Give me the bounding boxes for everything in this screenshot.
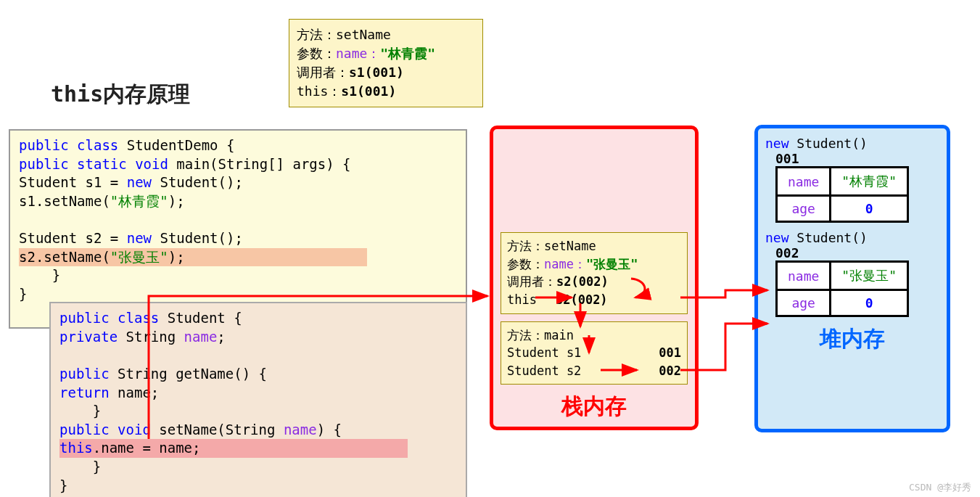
- heap-memory: new Student() 001 name"林青霞" age0 new Stu…: [754, 125, 950, 432]
- frame0-param-name: name：: [336, 46, 380, 61]
- c2-l3b: String getName() {: [118, 366, 267, 382]
- c1-l5a: Student s2 =: [19, 230, 127, 246]
- sf-main-m-val: main: [544, 328, 574, 342]
- c2-l6a: public void: [59, 422, 159, 438]
- c1-l1a: public class: [19, 137, 127, 153]
- c1-l6-highlight: s2.setName("张曼玉");: [19, 248, 367, 267]
- sf-set-p-name: name：: [544, 257, 586, 271]
- c2-l1a: public class: [59, 310, 168, 326]
- ho1-f2: age: [777, 196, 831, 222]
- c2-l2a: private: [59, 329, 126, 345]
- c2-l4b: name;: [118, 385, 159, 401]
- ho1-v2: 0: [831, 196, 908, 222]
- heap-obj-001: new Student() 001 name"林青霞" age0: [765, 136, 939, 223]
- sf-set-c-lbl: 调用者：: [507, 274, 556, 289]
- sf-set-t-val: s2(002): [556, 292, 608, 307]
- c2-l9: }: [59, 477, 457, 496]
- c1-l6b: "张曼玉": [110, 249, 168, 265]
- ho2-v1: "张曼玉": [831, 262, 908, 290]
- ho2-table: name"张曼玉" age0: [775, 260, 909, 317]
- sf-set-m-lbl: 方法：: [507, 239, 544, 253]
- c1-l4c: );: [168, 193, 185, 209]
- stack-frame-main: 方法：main Student s1001 Student s2002: [501, 321, 688, 385]
- ho2-addr: 002: [775, 245, 939, 260]
- c1-l7: }: [19, 266, 457, 285]
- ho1-f1: name: [777, 168, 831, 196]
- c1-l8: }: [19, 285, 457, 304]
- sf-main-r2-r: 002: [659, 362, 681, 380]
- ho1-table: name"林青霞" age0: [775, 166, 909, 223]
- frame0-this-label: this：: [297, 83, 341, 99]
- sf-set-m-val: setName: [544, 239, 596, 253]
- c2-l6d: ) {: [317, 422, 342, 438]
- ho2-v2: 0: [831, 290, 908, 316]
- stack-label: 栈内存: [501, 392, 688, 422]
- c2-l2d: ;: [217, 329, 225, 345]
- sf-set-c-val: s2(002): [556, 274, 609, 289]
- c2-l7a: this: [59, 440, 93, 456]
- sf-main-r1-r: 001: [659, 344, 681, 362]
- stack-memory: 方法：setName 参数：name："张曼玉" 调用者：s2(002) thi…: [490, 126, 699, 430]
- frame-setname-prev: 方法：setName 参数：name："林青霞" 调用者：s1(001) thi…: [289, 19, 483, 107]
- c1-l3b: new: [127, 174, 160, 190]
- c2-l6c: name: [284, 422, 317, 438]
- c1-l4b: "林青霞": [110, 193, 168, 209]
- c2-l6b: setName(String: [159, 422, 284, 438]
- c2-l8: }: [59, 458, 457, 477]
- c1-l5b: new: [127, 230, 160, 246]
- c2-l5: }: [59, 402, 457, 421]
- c1-blank: [19, 211, 457, 230]
- c1-l3c: Student();: [160, 174, 242, 190]
- sf-main-r2-l: Student s2: [507, 362, 581, 380]
- c1-l6a: s2.setName(: [19, 249, 110, 265]
- c2-l1b: Student {: [168, 310, 242, 326]
- frame0-caller-val: s1(001): [349, 65, 404, 80]
- sf-set-p-val: "张曼玉": [586, 257, 638, 271]
- c1-l2b: main(String[] args) {: [176, 156, 350, 172]
- frame0-caller-label: 调用者：: [297, 65, 349, 80]
- c2-l7b: .name = name;: [93, 440, 201, 456]
- ho2-hdr-a: new: [765, 230, 789, 245]
- title-text: this内存原理: [51, 81, 190, 107]
- ho1-addr: 001: [775, 151, 939, 166]
- ho1-hdr-a: new: [765, 136, 789, 151]
- frame0-param-label: 参数：: [297, 46, 336, 61]
- heap-label: 堆内存: [765, 324, 939, 354]
- code-student: public class Student { private String na…: [49, 302, 467, 497]
- code-studentdemo: public class StudentDemo { public static…: [9, 129, 467, 329]
- c1-l1b: StudentDemo {: [127, 137, 235, 153]
- ho2-f2: age: [777, 290, 831, 316]
- stack-frame-setname: 方法：setName 参数：name："张曼玉" 调用者：s2(002) thi…: [501, 232, 688, 314]
- ho2-hdr-b: Student(): [789, 230, 868, 245]
- ho1-hdr-b: Student(): [789, 136, 868, 151]
- sf-main-r1-l: Student s1: [507, 344, 581, 362]
- ho1-v1: "林青霞": [831, 168, 908, 196]
- heap-obj-002: new Student() 002 name"张曼玉" age0: [765, 230, 939, 317]
- frame0-method-label: 方法：: [297, 27, 336, 42]
- sf-set-t-lbl: this: [507, 292, 537, 307]
- c2-l2b: String: [126, 329, 184, 345]
- c1-l5c: Student();: [160, 230, 242, 246]
- c1-l4a: s1.setName(: [19, 193, 110, 209]
- c1-l2a: public static void: [19, 156, 176, 172]
- watermark: CSDN @李好秀: [909, 481, 971, 494]
- sf-main-m-lbl: 方法：: [507, 328, 544, 342]
- ho2-f1: name: [777, 262, 831, 290]
- c2-l7-highlight: this.name = name;: [59, 439, 408, 458]
- c2-l4a: return: [59, 385, 118, 401]
- frame0-method-val: setName: [336, 27, 391, 42]
- c2-l3a: public: [59, 366, 118, 382]
- c1-l6c: );: [168, 249, 185, 265]
- page-title: this内存原理: [51, 80, 190, 110]
- c2-l2c: name: [184, 329, 218, 345]
- sf-set-p-lbl: 参数：: [507, 257, 544, 271]
- c2-blank: [59, 346, 457, 365]
- frame0-this-val: s1(001): [341, 83, 396, 99]
- frame0-param-val: "林青霞": [380, 46, 435, 61]
- c1-l3a: Student s1 =: [19, 174, 127, 190]
